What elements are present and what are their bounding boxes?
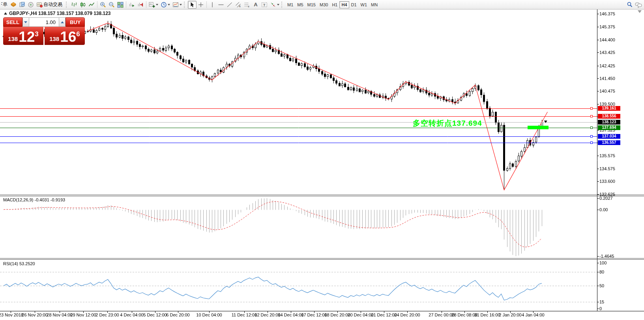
chart-shift-marker-icon[interactable]	[638, 10, 642, 13]
new-order-icon	[10, 2, 17, 8]
rsi-axis-tick: 50	[599, 283, 604, 288]
fibonacci-icon: F	[244, 2, 250, 8]
chart-symbol-title[interactable]: GBPJPY-,H4 138.157 138.157 138.079 138.1…	[4, 11, 111, 16]
time-axis-label: 21 Dec 12:00	[371, 313, 397, 317]
chat-icon	[635, 2, 642, 8]
toolbar-separator	[126, 1, 126, 8]
sell-price-sup: 3	[35, 31, 38, 37]
horizontal-line-tool-button[interactable]	[217, 1, 225, 9]
price-level-badge: 138.123	[598, 120, 620, 125]
timeframe-button-m15[interactable]: M15	[305, 1, 318, 8]
buy-price-display[interactable]: 138 16 6	[45, 27, 85, 45]
time-axis-label: 2 Jan 20:00	[499, 313, 522, 317]
volume-input[interactable]	[29, 17, 59, 27]
time-axis-label: 31 Dec 16:00	[474, 313, 500, 317]
channel-tool-button[interactable]: E	[234, 1, 243, 9]
templates-button[interactable]	[171, 1, 183, 9]
auto-trading-icon	[36, 2, 43, 8]
timeframe-button-d1[interactable]: D1	[349, 1, 359, 8]
timeframe-button-h4[interactable]: H4	[339, 1, 349, 8]
timeframe-button-w1[interactable]: W1	[359, 1, 369, 8]
price-axis-tick: 146.375	[599, 11, 615, 16]
zoom-out-button[interactable]	[107, 1, 116, 9]
new-chart-button[interactable]	[148, 1, 159, 9]
timeframe-button-m1[interactable]: M1	[285, 1, 295, 8]
signals-button[interactable]	[26, 1, 35, 9]
toolbar-separator	[146, 1, 146, 8]
buy-price-sup: 6	[76, 31, 80, 37]
time-axis-label: 4 Dec 04:00	[120, 313, 143, 317]
time-axis-label: 11 Dec 12:00	[232, 313, 257, 317]
market-watch-icon	[19, 2, 25, 8]
line-chart-icon	[88, 2, 95, 8]
text-tool-button[interactable]: A	[251, 1, 260, 9]
text-label-icon: T	[261, 2, 268, 8]
price-axis-tick: 132.625	[599, 192, 615, 197]
price-axis-tick: 133.600	[599, 179, 615, 184]
price-level-badge: 137.694	[598, 125, 620, 130]
time-axis-label: 28 Dec 08:00	[451, 313, 477, 317]
chat-button[interactable]	[634, 1, 643, 9]
timeframe-button-m30[interactable]: M30	[318, 1, 330, 8]
volume-increase-button[interactable]	[59, 17, 66, 27]
timeframe-button-h1[interactable]: H1	[330, 1, 339, 8]
price-axis-tick: 142.425	[599, 63, 615, 68]
svg-text:E: E	[239, 5, 241, 7]
crosshair-tool-button[interactable]	[197, 1, 205, 9]
new-order-button[interactable]	[9, 1, 18, 9]
volume-decrease-button[interactable]	[22, 17, 29, 27]
chart-title-text: GBPJPY-,H4 138.157 138.157 138.079 138.1…	[9, 11, 111, 16]
bar-chart-icon	[71, 2, 77, 8]
market-watch-button[interactable]	[18, 1, 26, 9]
one-click-trading-panel: SELL BUY 138 12 3 138 16 6	[3, 17, 85, 45]
sell-price-display[interactable]: 138 12 3	[3, 27, 43, 45]
fibonacci-tool-button[interactable]: F	[243, 1, 251, 9]
text-label-tool-button[interactable]: T	[260, 1, 269, 9]
auto-scroll-button[interactable]	[127, 1, 136, 9]
equidistant-channel-icon: E	[235, 2, 242, 8]
time-axis-label: 27 Dec 00:00	[429, 313, 454, 317]
arrow-tools-icon	[270, 2, 276, 8]
timeframe-button-mn[interactable]: MN	[369, 1, 380, 8]
time-axis-label: 12 Dec 20:00	[255, 313, 280, 317]
arrow-tools-button[interactable]	[269, 1, 281, 9]
time-axis-label: 23 Nov 2018	[0, 313, 23, 317]
zoom-in-button[interactable]	[99, 1, 107, 9]
templates-icon	[172, 2, 179, 8]
tile-windows-button[interactable]	[116, 1, 125, 9]
rsi-axis-tick: 0	[599, 306, 602, 311]
price-level-badge: 137.034	[598, 134, 620, 139]
sell-price-prefix: 138	[8, 36, 18, 44]
order-button[interactable]: 下单	[1, 1, 9, 8]
pivot-annotation-text: 多空转折点137.694	[413, 118, 482, 128]
chart-area[interactable]	[0, 0, 644, 320]
macd-indicator-label: MACD(12,26,9) -0.4031 -0.9193	[3, 197, 65, 202]
main-toolbar: 下单 自动交易	[0, 0, 644, 9]
vertical-line-icon	[209, 2, 215, 8]
cursor-tool-button[interactable]	[188, 1, 197, 9]
trendline-tool-button[interactable]	[225, 1, 234, 9]
bar-chart-button[interactable]	[70, 1, 79, 9]
periods-button[interactable]	[159, 1, 171, 9]
search-button[interactable]	[625, 1, 634, 9]
macd-axis-min: -1.4645	[599, 254, 614, 259]
vertical-line-tool-button[interactable]	[208, 1, 217, 9]
buy-button[interactable]: BUY	[66, 17, 85, 27]
new-chart-icon	[149, 2, 155, 8]
chart-shift-button[interactable]	[136, 1, 145, 9]
time-axis-label: 2 Dec 23:00	[95, 313, 119, 317]
line-chart-button[interactable]	[87, 1, 96, 9]
time-axis-label: 4 Jan 04:00	[522, 313, 545, 317]
chart-shift-icon	[137, 2, 144, 8]
candlestick-chart-button[interactable]	[79, 1, 87, 9]
sell-button[interactable]: SELL	[3, 17, 22, 27]
toolbar-separator	[97, 1, 97, 8]
auto-trading-button[interactable]: 自动交易	[35, 1, 65, 9]
sell-price-big: 12	[19, 31, 35, 44]
timeframe-button-m5[interactable]: M5	[295, 1, 305, 8]
time-axis-label: 5 Dec 12:00	[143, 313, 167, 317]
horizontal-line-icon	[218, 2, 224, 8]
auto-scroll-icon	[129, 2, 135, 8]
svg-text:T: T	[263, 3, 266, 7]
chevron-down-icon	[168, 4, 170, 6]
